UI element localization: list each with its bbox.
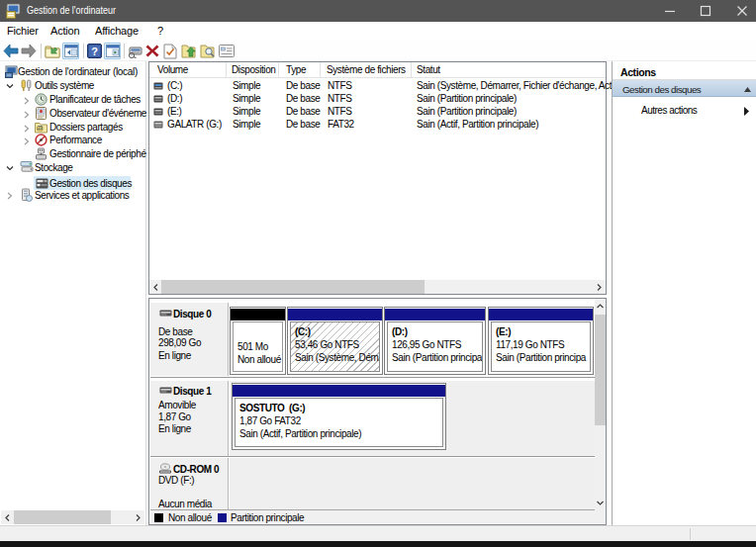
svg-text:?: ? — [91, 46, 98, 57]
